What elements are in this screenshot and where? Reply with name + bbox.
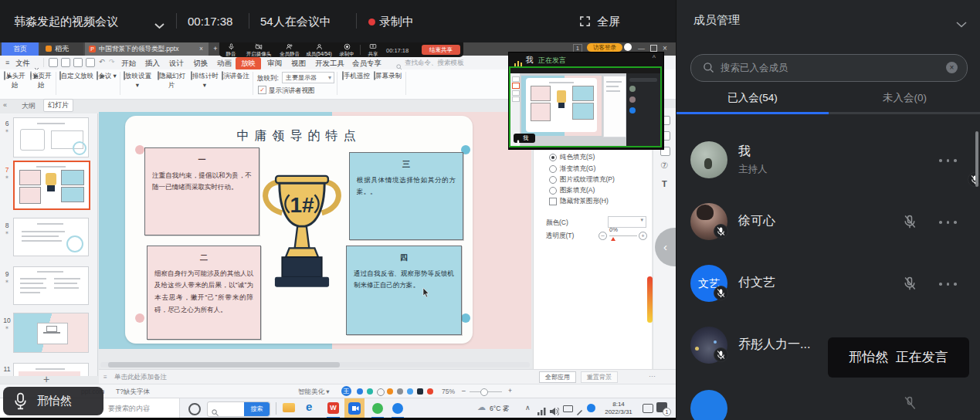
- save-icon[interactable]: [49, 58, 58, 67]
- tool-dot-icon[interactable]: [377, 388, 385, 396]
- tab-slides[interactable]: 幻灯片: [43, 99, 73, 112]
- hamburger-icon[interactable]: ≡: [5, 59, 9, 66]
- print-icon[interactable]: [73, 58, 83, 67]
- restore-button[interactable]: [650, 45, 657, 52]
- fullscreen-label[interactable]: 全屏: [597, 15, 620, 29]
- keyboard-icon[interactable]: [563, 405, 573, 412]
- thumbnail-slide-6[interactable]: [13, 117, 89, 158]
- radio-solid-fill[interactable]: [549, 154, 557, 161]
- self-view-window[interactable]: 我 正在发言 ^: [508, 52, 664, 150]
- panel-collapse-chevron-icon[interactable]: [956, 17, 967, 31]
- cortana-icon[interactable]: [188, 403, 201, 415]
- menu-view[interactable]: 视图: [291, 59, 306, 69]
- tab-docer[interactable]: 稻壳: [40, 42, 83, 56]
- preview-icon[interactable]: [86, 58, 95, 67]
- hide-bg-checkbox[interactable]: [549, 198, 557, 205]
- menu-animation[interactable]: 动画: [217, 59, 232, 69]
- close-tab-icon[interactable]: ×: [199, 42, 203, 56]
- clear-search-icon[interactable]: ×: [946, 62, 958, 73]
- thumbnail-slide-7-selected[interactable]: [13, 161, 90, 210]
- radio-picture-fill[interactable]: [549, 176, 557, 184]
- ribbon-meeting[interactable]: 会议 ▾: [96, 72, 117, 81]
- tab-not-joined[interactable]: 未入会(0): [829, 91, 980, 105]
- ribbon-speaker-notes[interactable]: 演讲备注: [221, 72, 250, 81]
- security-tray-icon[interactable]: [587, 404, 595, 412]
- menu-start[interactable]: 开始: [121, 59, 136, 69]
- fullscreen-icon[interactable]: [579, 15, 591, 30]
- menu-membership[interactable]: 会员专享: [352, 59, 381, 69]
- menu-file[interactable]: 文件: [15, 59, 30, 69]
- more-options-icon[interactable]: [934, 221, 961, 224]
- tab-outline[interactable]: 大纲: [22, 101, 36, 111]
- display-select[interactable]: 主要显示器▾: [282, 72, 334, 83]
- ribbon-rehearse[interactable]: 排练计时 ▾: [189, 72, 220, 89]
- ribbon-show-settings[interactable]: 放映设置 ▾: [122, 72, 153, 89]
- camera-button[interactable]: 开启摄像头: [242, 43, 275, 58]
- zoom-out-button[interactable]: –: [462, 387, 466, 395]
- menu-design[interactable]: 设计: [169, 59, 184, 69]
- tool-dot-icon[interactable]: [357, 388, 363, 395]
- help-icon[interactable]: ⑦: [660, 161, 668, 171]
- recording-button[interactable]: 录制中: [337, 43, 357, 58]
- weather-text[interactable]: 6°C 雾: [490, 405, 509, 414]
- self-view-header[interactable]: 我 正在发言 ^: [509, 52, 662, 66]
- ribbon-hide-slide[interactable]: 隐藏幻灯片: [154, 72, 188, 90]
- tray-expand-icon[interactable]: ∧: [525, 404, 531, 412]
- ribbon-screen-record[interactable]: 屏幕录制: [373, 72, 402, 81]
- guest-login-pill[interactable]: 访客登录: [587, 43, 622, 52]
- share-button[interactable]: 共享: [363, 43, 383, 58]
- tool-alert-icon[interactable]: [427, 388, 433, 395]
- scrollbar-thumb[interactable]: [108, 362, 340, 368]
- member-row[interactable]: 我 主持人: [677, 139, 980, 185]
- network-icon[interactable]: [537, 405, 546, 418]
- menu-insert[interactable]: 插入: [145, 59, 160, 69]
- text-tool-icon[interactable]: T: [662, 179, 667, 188]
- thumbnail-slide-10[interactable]: [13, 313, 89, 353]
- member-search-input[interactable]: 搜索已入会成员 ×: [690, 54, 968, 82]
- ribbon-from-beginning[interactable]: 从头开始: [2, 72, 28, 90]
- command-search-placeholder[interactable]: 查找命令、搜索模板: [405, 59, 464, 68]
- radio-pattern-fill[interactable]: [549, 187, 557, 195]
- ribbon-phone-remote[interactable]: 手机遥控: [341, 72, 371, 81]
- wps-app-icon[interactable]: W: [327, 402, 339, 414]
- horizontal-scrollbar[interactable]: [100, 362, 530, 368]
- mute-button[interactable]: 静音: [221, 43, 241, 58]
- meeting-tray-icon[interactable]: [392, 403, 403, 414]
- apply-all-button[interactable]: 全部应用: [539, 371, 576, 383]
- meeting-title-chevron-icon[interactable]: [154, 19, 164, 32]
- menu-slideshow-active[interactable]: 放映: [236, 57, 261, 70]
- ribbon-from-current[interactable]: 当页开始: [28, 72, 54, 90]
- ribbon-custom-show[interactable]: 自定义放映: [58, 72, 95, 81]
- pen-icon[interactable]: [576, 405, 583, 418]
- transparency-minus[interactable]: –: [599, 232, 607, 240]
- menu-devtools[interactable]: 开发工具: [315, 59, 344, 69]
- pane-collapse-button[interactable]: «: [3, 101, 7, 109]
- edge-icon[interactable]: e: [306, 400, 312, 413]
- end-share-button[interactable]: 结束共享: [422, 45, 460, 55]
- redo-icon[interactable]: ↷: [109, 58, 115, 66]
- file-explorer-icon[interactable]: [283, 403, 295, 412]
- member-row[interactable]: 徐可心: [677, 201, 980, 247]
- members-button[interactable]: 成员(54/54): [303, 43, 335, 58]
- zoom-slider-knob[interactable]: [480, 388, 488, 396]
- beautify-button[interactable]: 智能美化 ▾: [298, 388, 330, 397]
- thumbnail-slide-8[interactable]: [13, 218, 89, 256]
- mute-all-button[interactable]: 全员静音: [276, 43, 303, 58]
- tool-dot-icon[interactable]: [397, 388, 403, 395]
- thumbnail-slide-9[interactable]: [13, 266, 89, 305]
- transparency-track[interactable]: [609, 235, 637, 236]
- volume-icon[interactable]: [550, 405, 559, 418]
- transparency-plus[interactable]: +: [639, 232, 647, 240]
- tool-dot-icon[interactable]: [367, 388, 373, 395]
- search-button[interactable]: 搜索: [244, 402, 270, 416]
- tool-dot-icon[interactable]: [407, 388, 413, 395]
- more-options-icon[interactable]: [934, 283, 961, 286]
- tool-dot-icon[interactable]: [387, 388, 393, 395]
- member-row-partial[interactable]: [677, 386, 980, 420]
- reset-bg-button[interactable]: 重置背景: [581, 371, 618, 383]
- notes-placeholder[interactable]: 单击此处添加备注: [114, 373, 167, 382]
- tool-dot-icon[interactable]: [417, 388, 423, 395]
- wechat-icon[interactable]: [372, 403, 383, 414]
- beautify-brand-icon[interactable]: 王: [341, 386, 351, 396]
- collapse-window-icon[interactable]: ^: [653, 54, 656, 62]
